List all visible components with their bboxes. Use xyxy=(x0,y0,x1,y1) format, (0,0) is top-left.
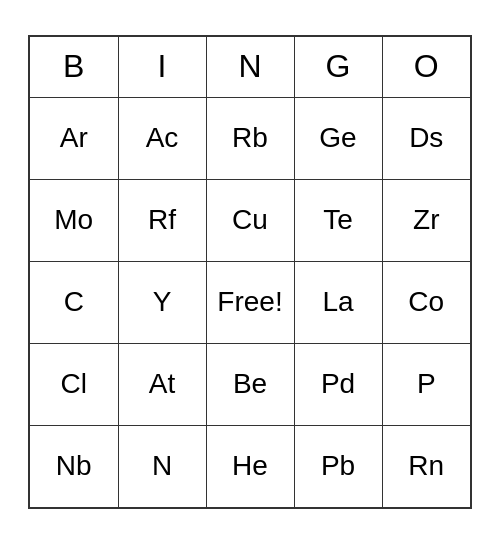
bingo-cell-2-4: Co xyxy=(382,261,470,343)
bingo-cell-2-1: Y xyxy=(118,261,206,343)
bingo-cell-0-2: Rb xyxy=(206,97,294,179)
bingo-cell-0-1: Ac xyxy=(118,97,206,179)
bingo-cell-2-2: Free! xyxy=(206,261,294,343)
bingo-row-2: CYFree!LaCo xyxy=(30,261,470,343)
bingo-cell-3-0: Cl xyxy=(30,343,118,425)
bingo-table: BINGO ArAcRbGeDsMoRfCuTeZrCYFree!LaCoClA… xyxy=(30,37,470,507)
bingo-card: BINGO ArAcRbGeDsMoRfCuTeZrCYFree!LaCoClA… xyxy=(28,35,472,509)
bingo-cell-4-1: N xyxy=(118,425,206,507)
header-cell-n: N xyxy=(206,37,294,97)
bingo-cell-0-4: Ds xyxy=(382,97,470,179)
bingo-cell-4-0: Nb xyxy=(30,425,118,507)
bingo-cell-1-1: Rf xyxy=(118,179,206,261)
header-cell-i: I xyxy=(118,37,206,97)
header-cell-o: O xyxy=(382,37,470,97)
header-cell-g: G xyxy=(294,37,382,97)
bingo-cell-0-3: Ge xyxy=(294,97,382,179)
bingo-cell-3-1: At xyxy=(118,343,206,425)
bingo-cell-4-4: Rn xyxy=(382,425,470,507)
bingo-row-3: ClAtBePdP xyxy=(30,343,470,425)
bingo-cell-3-2: Be xyxy=(206,343,294,425)
bingo-cell-2-3: La xyxy=(294,261,382,343)
bingo-cell-1-4: Zr xyxy=(382,179,470,261)
header-cell-b: B xyxy=(30,37,118,97)
bingo-cell-1-2: Cu xyxy=(206,179,294,261)
bingo-cell-3-4: P xyxy=(382,343,470,425)
bingo-cell-1-3: Te xyxy=(294,179,382,261)
bingo-row-1: MoRfCuTeZr xyxy=(30,179,470,261)
bingo-row-0: ArAcRbGeDs xyxy=(30,97,470,179)
bingo-cell-0-0: Ar xyxy=(30,97,118,179)
bingo-cell-3-3: Pd xyxy=(294,343,382,425)
bingo-cell-4-2: He xyxy=(206,425,294,507)
bingo-cell-4-3: Pb xyxy=(294,425,382,507)
header-row: BINGO xyxy=(30,37,470,97)
bingo-cell-2-0: C xyxy=(30,261,118,343)
bingo-cell-1-0: Mo xyxy=(30,179,118,261)
bingo-row-4: NbNHePbRn xyxy=(30,425,470,507)
